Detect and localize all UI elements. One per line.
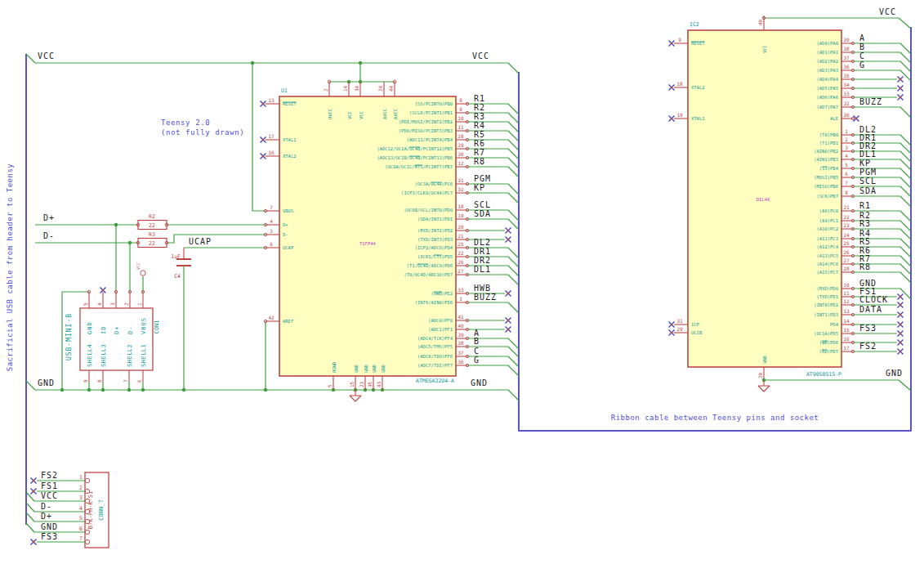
pin-number: 30: [843, 112, 850, 118]
pin-number: 20: [757, 372, 763, 378]
pin-name: (T1/OC4D/ADC9)PD6: [407, 263, 453, 268]
con1-pin-name: D+: [114, 326, 120, 334]
net-label-vcc: VCC: [38, 51, 55, 60]
pin-name: (MISO)PB6: [814, 184, 838, 189]
con1-pin-name: D-: [127, 326, 134, 334]
net-label-gnd: GND: [886, 369, 903, 378]
net-label: SCL: [474, 200, 491, 209]
pin-number: 17: [268, 133, 275, 139]
pin-name: (ADC0)PF0: [428, 318, 453, 323]
pin-wire: [853, 107, 911, 118]
vcc-power-symbol: [141, 271, 145, 275]
pin-end-dot: [671, 332, 673, 334]
pin-number: 8: [845, 190, 848, 195]
c4-ref: C4: [174, 273, 181, 280]
pin-end-dot: [899, 296, 902, 298]
pin-number: 38: [458, 340, 464, 346]
pin-name: D+: [283, 222, 288, 227]
pin-name: (TXD)PD1: [817, 294, 839, 299]
pin-name: (AD0)PA0: [817, 41, 839, 46]
pin-number: 39: [843, 37, 850, 43]
conn7-pad: [85, 530, 89, 534]
con1-pin-number: 6: [136, 379, 142, 383]
junction-dot: [128, 241, 132, 244]
pin-name: (T0)PB0: [819, 132, 838, 137]
con1-pin-number: 4: [96, 302, 102, 306]
ic2-ref: IC2: [690, 21, 699, 28]
pin-number: 22: [843, 214, 850, 220]
pin-end-dot: [671, 118, 673, 120]
pin-number: 5: [845, 162, 848, 168]
pin-name: (ICP3/CLK0/OC4A)PC7: [401, 190, 453, 195]
pin-number: 14: [843, 318, 850, 324]
conn7-pad: [85, 489, 89, 493]
pin-number: 15: [349, 381, 355, 387]
conn7-pad: [85, 509, 89, 513]
pin-name: (ADC6/TDO)PF6: [417, 354, 453, 359]
pin-number: 20: [458, 224, 464, 230]
net-label: FS3: [859, 324, 877, 333]
junction-dot: [114, 223, 118, 226]
net-label: R1: [474, 94, 485, 103]
pin-name: VBUS: [283, 208, 293, 213]
pin-number: 7: [270, 204, 273, 210]
pin-number: 5: [327, 384, 333, 387]
conn7-ref: CONN_7: [98, 499, 105, 520]
pin-number: 8: [459, 97, 462, 103]
con1-pin-name: GND: [87, 321, 93, 334]
pin-name: (AD1)PA1: [817, 50, 839, 55]
pin-name: (RXD/INT2)PD2: [417, 228, 453, 233]
pin-number: 11: [843, 290, 850, 296]
pin-number: 40: [458, 323, 464, 329]
net-label: G: [859, 60, 865, 69]
pin-number: 10: [458, 115, 464, 121]
con1-pin-name: SHELL3: [100, 344, 107, 367]
net-label: C: [474, 347, 480, 356]
conn7-pin-number: 4: [79, 505, 83, 512]
schematic-canvas[interactable]: Teensy 2.0(not fully drawn)Ribbon cable …: [0, 0, 924, 564]
pin-name: UVCC: [328, 109, 333, 119]
pin-number: 24: [377, 85, 383, 92]
conn7-pad: [85, 539, 89, 544]
pin-name: (AD5)PA5: [817, 86, 839, 91]
conn7-pad: [85, 519, 89, 523]
c4-value: 1uF: [171, 253, 181, 260]
pin-number: 27: [458, 268, 464, 274]
con1-value: USB-MINI-B: [65, 313, 73, 360]
con1-pin-number: 8: [96, 379, 102, 383]
pin-name: (AIN1)PB3: [814, 157, 838, 162]
con1-pin-name: ID: [100, 326, 107, 334]
pin-name: AVCC: [382, 109, 387, 119]
pin-name: GND: [372, 365, 377, 373]
con1-pin-number: 3: [109, 302, 115, 306]
con1-pin-number: 7: [123, 379, 128, 383]
ic2-footprint: DIL40: [757, 197, 770, 202]
pin-name: OC1B: [691, 330, 703, 335]
pin-name: XTAL2: [283, 154, 297, 159]
pin-end-dot: [507, 320, 510, 322]
schematic-svg: Teensy 2.0(not fully drawn)Ribbon cable …: [0, 0, 924, 564]
ic2-value: AT90S8515-P: [806, 371, 841, 378]
pin-end-dot: [671, 87, 673, 89]
net-label-dplus: D+: [43, 213, 55, 222]
pin-end-dot: [507, 230, 510, 232]
pin-name: (INT6/AIN0)PE6: [415, 300, 453, 305]
pin-number: 35: [367, 381, 373, 387]
con1-pin-name: VBUS: [141, 317, 147, 334]
net-label-gnd: GND: [471, 378, 488, 387]
pin-name: (AD7)PA7: [817, 105, 839, 110]
pin-number: 6: [270, 241, 273, 247]
note-ribbon: Ribbon cable between Teensy pins and soc…: [611, 414, 819, 422]
pin-name: UGND: [332, 362, 337, 373]
pin-name: VCC: [347, 111, 352, 119]
pin-end-dot: [262, 155, 265, 158]
pin-end-dot: [33, 480, 35, 482]
pin-name: (A12)PC4: [817, 244, 839, 249]
net-label: BUZZ: [474, 293, 497, 302]
junction-dot: [251, 61, 254, 65]
pin-name: (T0/OC4D/ADC10)PD7: [404, 272, 453, 277]
net-label: R1: [859, 201, 871, 210]
conn7-wire: [26, 503, 85, 512]
pin-number: 41: [458, 314, 464, 320]
pin-name: (ADC5/TMS)PF5: [417, 344, 453, 349]
